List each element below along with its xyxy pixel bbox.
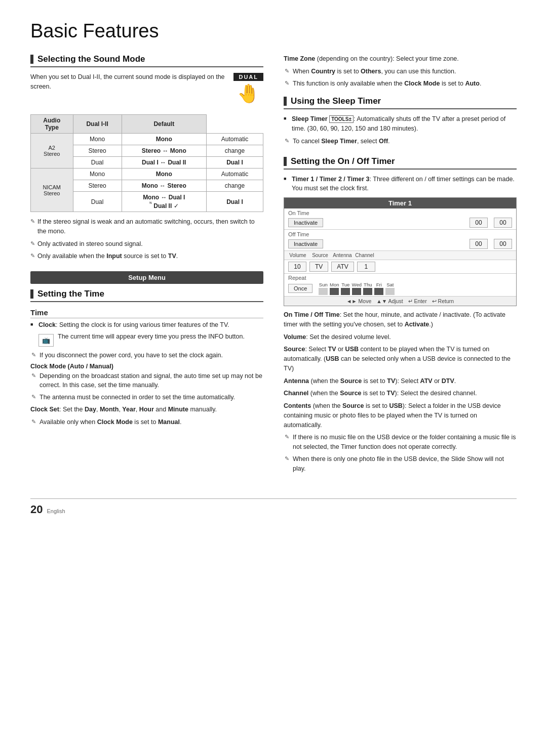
off-min[interactable]: 00: [494, 239, 512, 249]
nicam-mono-type: Mono: [73, 169, 122, 180]
sound-note-2: Only activated in stereo sound signal.: [30, 239, 263, 249]
dual-dual: Dual I ↔ Dual II: [122, 157, 206, 169]
sound-note-3: Only available when the Input source is …: [30, 251, 263, 261]
section-sleep-header: Using the Sleep Timer: [284, 96, 517, 109]
off-hour[interactable]: 00: [470, 239, 488, 249]
setup-menu-bar: Setup Menu: [30, 271, 263, 284]
source-label: Source: [310, 253, 330, 258]
off-inactivate[interactable]: Inactivate: [288, 239, 323, 248]
time-zone-note-2: This function is only available when the…: [284, 79, 517, 89]
stereo-dual: Stereo ↔ Mono: [122, 145, 206, 157]
section-sound: Selecting the Sound Mode I-II DUAL 🤚 Whe…: [30, 54, 263, 261]
section-sleep-title: Using the Sleep Timer: [291, 96, 381, 106]
section-sound-header: Selecting the Sound Mode: [30, 54, 263, 67]
nicam-dual-type: Dual: [73, 192, 122, 212]
desc-channel: Channel (when the Source is set to TV): …: [284, 389, 517, 398]
clock-mode-header: Clock Mode (Auto / Manual): [30, 363, 263, 370]
timer-box: Timer 1 On Time Inactivate 00 00 Off Tim…: [284, 197, 517, 306]
hand-icon: 🤚: [233, 83, 263, 104]
clock-note-1: If you disconnect the power cord, you ha…: [30, 351, 263, 360]
channel-val[interactable]: 1: [357, 262, 375, 272]
a2-stereo-label: A2Stereo: [31, 134, 73, 169]
day-box-mon: [330, 288, 339, 295]
left-column: Selecting the Sound Mode I-II DUAL 🤚 Whe…: [30, 54, 263, 483]
section-on-off-title: Setting the On / Off Timer: [291, 156, 395, 166]
clock-bullet: Clock: Setting the clock is for using va…: [30, 320, 263, 330]
nicam-label: NICAMStereo: [31, 169, 73, 212]
nav-return: ↩ Return: [432, 298, 454, 304]
info-note-text: The current time will appear every time …: [58, 333, 245, 340]
col-default: Default: [122, 115, 206, 134]
day-box-tue: [341, 288, 350, 295]
on-inactivate[interactable]: Inactivate: [288, 218, 323, 227]
header-bar-sleep: [284, 97, 287, 106]
day-box-sat: [385, 288, 395, 295]
on-min[interactable]: 00: [494, 218, 512, 228]
header-bar: [30, 55, 33, 64]
day-fri: Fri: [374, 282, 384, 287]
off-time-row: Inactivate 00 00: [284, 237, 516, 251]
nicam-mono-default: Automatic: [206, 169, 263, 180]
off-time-label: Off Time: [284, 230, 516, 237]
day-box-wed: [352, 288, 361, 295]
timer-title: Timer 1: [284, 198, 516, 208]
sound-mode-table: AudioType Dual I-II Default A2Stereo Mon…: [30, 114, 263, 212]
desc-source: Source: Select TV or USB content to be p…: [284, 345, 517, 373]
right-column: Time Zone (depending on the country): Se…: [284, 54, 517, 483]
day-sun: Sun: [318, 282, 328, 287]
repeat-days: Once Sun Mon Tue: [288, 282, 512, 295]
day-sat: Sat: [385, 282, 395, 287]
desc-volume: Volume: Set the desired volume level.: [284, 332, 517, 342]
channel-label: Channel: [355, 253, 374, 258]
day-box-thu: [363, 288, 372, 295]
mono-dual: Mono: [122, 134, 206, 145]
header-bar-on-off: [284, 157, 287, 166]
day-tue: Tue: [340, 282, 350, 287]
nicam-stereo-type: Stereo: [73, 180, 122, 192]
clock-mode-note-2: The antenna must be connected in order t…: [30, 393, 263, 402]
repeat-section: Repeat Once Sun Mon: [284, 274, 516, 297]
remote-icon: 📺: [42, 337, 50, 344]
nicam-stereo-default: change: [206, 180, 263, 192]
repeat-val[interactable]: Once: [288, 284, 312, 293]
sound-note-1: If the stereo signal is weak and an auto…: [30, 217, 263, 236]
info-button-note: 📺 The current time will appear every tim…: [38, 333, 263, 348]
on-time-label: On Time: [284, 208, 516, 216]
dual-illustration: I-II DUAL 🤚: [233, 72, 263, 104]
section-sleep: Using the Sleep Timer Sleep Timer TOOLS±…: [284, 96, 517, 146]
desc-note-2: When there is only one photo file in the…: [284, 454, 517, 474]
mono-default: Automatic: [206, 134, 263, 145]
day-box-fri: [374, 288, 383, 295]
col-audio-type: AudioType: [31, 115, 73, 134]
day-mon: Mon: [329, 282, 339, 287]
on-hour[interactable]: 00: [470, 218, 488, 228]
dual-type: Dual: [73, 157, 122, 169]
nav-move: ◄► Move: [346, 298, 371, 304]
nicam-stereo-dual: Mono ↔ Stereo: [122, 180, 206, 192]
nicam-dual-default: Dual I: [206, 192, 263, 212]
clock-set-text: Clock Set: Set the Day, Month, Year, Hou…: [30, 405, 263, 414]
day-thu: Thu: [363, 282, 373, 287]
desc-antenna: Antenna (when the Source is set to TV): …: [284, 376, 517, 386]
dual-box: DUAL: [233, 73, 263, 81]
sound-intro: When you set to Dual I-II, the current s…: [30, 72, 263, 92]
volume-label: Volume: [288, 253, 307, 258]
section-on-off: Setting the On / Off Timer Timer 1 / Tim…: [284, 156, 517, 474]
source-val[interactable]: TV: [309, 262, 328, 272]
english-label: English: [47, 508, 65, 514]
antenna-val[interactable]: ATV: [331, 262, 354, 272]
time-zone-text: Time Zone (depending on the country): Se…: [284, 54, 517, 64]
repeat-label: Repeat: [288, 275, 512, 281]
desc-onoff-time: On Time / Off Time: Set the hour, minute…: [284, 310, 517, 329]
info-icon-box: 📺: [38, 334, 54, 347]
section-time-title: Setting the Time: [37, 289, 104, 299]
vsac-value-row: 10 TV ATV 1: [284, 260, 516, 274]
section-time: Setting the Time Time Clock: Setting the…: [30, 289, 263, 427]
time-sub-title: Time: [30, 308, 263, 318]
desc-note-1: If there is no music file on the USB dev…: [284, 433, 517, 452]
dual-default: Dual I: [206, 157, 263, 169]
antenna-label: Antenna: [333, 253, 352, 258]
volume-val[interactable]: 10: [288, 262, 306, 272]
table-row: NICAMStereo Mono Mono Automatic: [31, 169, 263, 180]
nav-enter: ↵ Enter: [408, 298, 427, 304]
